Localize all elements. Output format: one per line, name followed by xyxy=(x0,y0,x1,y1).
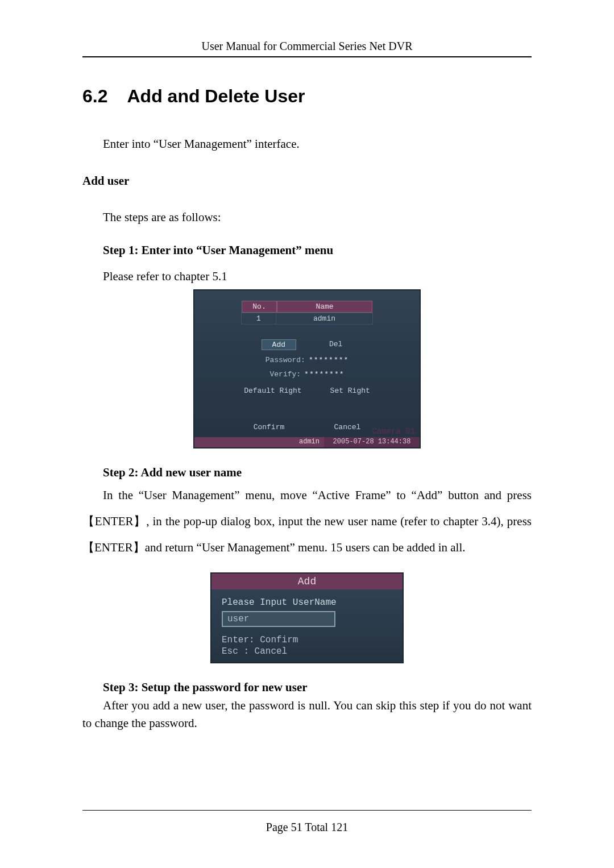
step3-body: After you add a new user, the password i… xyxy=(82,697,532,733)
camera-badge: Camera 01 xyxy=(372,427,415,436)
cell-name: admin xyxy=(276,313,372,324)
page-header: User Manual for Commercial Series Net DV… xyxy=(82,40,532,57)
dialog-prompt: Please Input UserName xyxy=(222,597,392,608)
dialog-title: Add xyxy=(211,574,403,589)
dialog-hint-enter: Enter: Confirm xyxy=(222,635,392,645)
user-table-row: 1 admin xyxy=(241,313,373,325)
col-no: No. xyxy=(242,301,277,313)
username-input[interactable]: user xyxy=(222,611,335,627)
section-title: Add and Delete User xyxy=(127,86,305,106)
add-button[interactable]: Add xyxy=(262,339,296,350)
step3-heading: Step 3: Setup the password for new user xyxy=(82,680,532,695)
step2-body: In the “User Management” menu, move “Act… xyxy=(82,482,532,561)
user-table-header: No. Name xyxy=(242,301,372,313)
password-label: Password: xyxy=(265,356,305,364)
add-dialog-screenshot: Add Please Input UserName user Enter: Co… xyxy=(210,572,404,663)
verify-label: Verify: xyxy=(269,370,301,379)
cell-no: 1 xyxy=(242,313,276,324)
step1-line: Please refer to chapter 5.1 xyxy=(82,269,532,284)
footer-page-label: Page xyxy=(266,821,288,833)
step1-heading: Step 1: Enter into “User Management” men… xyxy=(82,243,532,258)
dialog-hint-esc: Esc : Cancel xyxy=(222,646,392,657)
default-right-button[interactable]: Default Right xyxy=(244,387,301,395)
verify-value[interactable]: ******** xyxy=(304,370,344,379)
footer-total-num: 121 xyxy=(331,821,348,833)
status-time: 2005-07-28 13:44:38 xyxy=(324,437,420,447)
page-footer: Page 51 Total 121 xyxy=(0,810,614,834)
footer-page-num: 51 xyxy=(291,821,302,833)
del-button[interactable]: Del xyxy=(319,339,352,350)
step2-heading: Step 2: Add new user name xyxy=(82,466,532,480)
status-user: admin xyxy=(194,437,324,447)
password-value[interactable]: ******** xyxy=(309,356,349,364)
status-bar: admin 2005-07-28 13:44:38 xyxy=(194,437,420,447)
steps-intro: The steps are as follows: xyxy=(82,209,532,227)
add-user-heading: Add user xyxy=(82,174,532,188)
confirm-button[interactable]: Confirm xyxy=(254,423,285,431)
section-heading: 6.2Add and Delete User xyxy=(82,86,532,107)
set-right-button[interactable]: Set Right xyxy=(330,387,370,395)
intro-text: Enter into “User Management” interface. xyxy=(82,135,532,153)
user-management-screenshot: No. Name 1 admin Add Del Password: *****… xyxy=(193,289,421,448)
col-name: Name xyxy=(277,301,372,313)
section-number: 6.2 xyxy=(82,86,107,107)
cancel-button[interactable]: Cancel xyxy=(334,423,361,431)
footer-total-label: Total xyxy=(305,821,328,833)
